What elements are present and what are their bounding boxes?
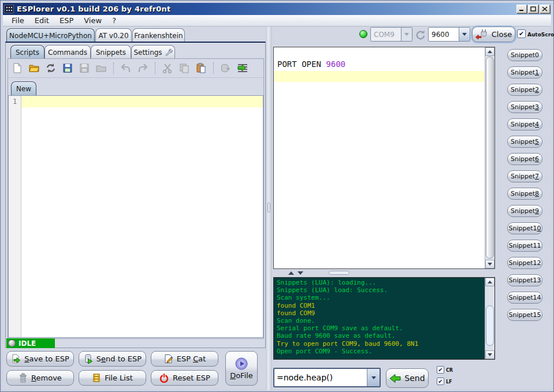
editor-text-area[interactable]: [21, 96, 263, 337]
snippet-12-button[interactable]: Snippet12: [507, 257, 542, 269]
save-as-button[interactable]: [78, 61, 91, 75]
snippet-9-button[interactable]: Snippet9: [507, 205, 542, 217]
send-to-esp-button[interactable]: Send to ESP: [79, 351, 146, 367]
tab-label: Scripts: [16, 48, 39, 57]
menu-edit[interactable]: Edit: [29, 16, 54, 25]
scroll-up-button[interactable]: [485, 278, 494, 286]
send-button[interactable]: Send: [386, 368, 429, 388]
minimize-button[interactable]: [516, 5, 527, 13]
rescan-ports-button[interactable]: [414, 28, 427, 41]
cut-button[interactable]: [161, 61, 174, 75]
scrollbar-thumb[interactable]: [486, 305, 494, 346]
com-port-select[interactable]: COM9: [370, 27, 412, 42]
tab-scripts[interactable]: Scripts: [10, 45, 44, 59]
chevron-down-icon[interactable]: [367, 369, 380, 386]
panel-splitter[interactable]: [266, 27, 272, 390]
command-combobox: [273, 368, 381, 387]
menu-file[interactable]: File: [6, 16, 29, 25]
terminal-console-splitter[interactable]: [273, 269, 495, 277]
dofile-icon: [235, 357, 248, 370]
button-label: Send to ESP: [96, 354, 142, 363]
new-file-button[interactable]: [11, 61, 24, 75]
maximize-button[interactable]: [528, 5, 538, 13]
snippet-8-button[interactable]: Snippet8: [507, 188, 542, 200]
chevron-down-icon: [459, 28, 470, 41]
serial-terminal[interactable]: PORT OPEN 9600: [273, 47, 495, 269]
export-button[interactable]: [220, 61, 232, 75]
new-file-icon: [12, 62, 23, 74]
snippet-6-button[interactable]: Snippet6: [507, 153, 542, 165]
close-file-button[interactable]: [95, 61, 107, 75]
button-label: Snippet5: [511, 138, 539, 145]
lf-checkbox[interactable]: ✔: [437, 378, 444, 385]
cr-checkbox[interactable]: ✔: [437, 366, 444, 374]
menu-esp[interactable]: ESP: [54, 16, 79, 25]
file-list-button[interactable]: File List: [79, 370, 146, 386]
command-input[interactable]: [274, 369, 367, 386]
baud-rate-select[interactable]: 9600: [428, 27, 470, 42]
remove-button[interactable]: Remove: [6, 370, 74, 386]
tab-snippets[interactable]: Snippets: [91, 45, 131, 59]
console-scrollbar[interactable]: [485, 278, 494, 359]
tab-commands[interactable]: Commands: [44, 45, 91, 59]
reload-button[interactable]: [44, 61, 57, 75]
reset-esp-button[interactable]: Reset ESP: [151, 370, 218, 386]
dofile-button[interactable]: DoFile: [225, 351, 258, 386]
copy-button[interactable]: [178, 61, 191, 75]
close-port-button[interactable]: Close: [472, 27, 515, 42]
undo-button[interactable]: [120, 61, 132, 75]
collapse-down-icon[interactable]: [298, 271, 303, 275]
button-label: Save to ESP: [24, 354, 69, 363]
wrench-icon: [164, 48, 173, 57]
snippet-2-button[interactable]: Snippet2: [507, 84, 542, 96]
export-icon: [220, 62, 232, 74]
snippet-13-button[interactable]: Snippet13: [507, 274, 542, 286]
snippet-14-button[interactable]: Snippet14: [507, 292, 542, 304]
snippet-7-button[interactable]: Snippet7: [507, 170, 542, 182]
editor-tab-new[interactable]: New: [11, 81, 36, 96]
button-label: Snippet14: [508, 294, 541, 301]
scroll-down-button[interactable]: [485, 350, 494, 359]
menu-help[interactable]: ?: [107, 16, 121, 25]
close-window-button[interactable]: [540, 5, 550, 13]
snippet-0-button[interactable]: Snippet0: [507, 49, 542, 61]
snippet-4-button[interactable]: Snippet4: [507, 118, 542, 130]
tab-settings[interactable]: Settings: [131, 45, 175, 59]
button-label: Snippet9: [511, 207, 539, 215]
code-editor[interactable]: 1: [8, 95, 263, 338]
autoscroll-checkbox[interactable]: ✔: [517, 29, 526, 38]
redo-button[interactable]: [136, 61, 149, 75]
save-button[interactable]: [61, 61, 74, 75]
snippet-1-button[interactable]: Snippet1: [507, 66, 542, 79]
scroll-down-button[interactable]: [485, 260, 494, 268]
tab-label: Snippets: [96, 48, 126, 57]
open-file-button[interactable]: [28, 61, 40, 75]
tab-nodemcu-micropython[interactable]: NodeMCU+MicroPython: [6, 28, 95, 42]
status-led-icon: [8, 339, 16, 347]
snippet-5-button[interactable]: Snippet5: [507, 136, 542, 148]
send-lines-button[interactable]: [236, 61, 249, 75]
toolbar-separator: [213, 62, 214, 74]
scrollbar-thumb[interactable]: [486, 57, 494, 259]
button-label: Snippet10: [508, 225, 541, 232]
reset-esp-icon: [159, 373, 169, 383]
terminal-scrollbar[interactable]: [485, 47, 494, 268]
window-title: ESPlorer v0.1 build 206 by 4refr0nt: [17, 5, 170, 13]
expand-up-icon[interactable]: [288, 271, 294, 275]
snippet-3-button[interactable]: Snippet3: [507, 101, 542, 113]
paste-button[interactable]: [195, 61, 207, 75]
snippet-10-button[interactable]: Snippet10: [507, 222, 542, 234]
redo-icon: [137, 62, 148, 74]
esp-cat-button[interactable]: ESP Cat: [151, 351, 218, 367]
paste-icon: [195, 62, 207, 74]
tab-frankenshtein[interactable]: Frankenshtein: [132, 28, 185, 42]
tab-label: AT v0.20: [98, 32, 128, 40]
snippet-15-button[interactable]: Snippet15: [507, 309, 542, 321]
log-console[interactable]: Snippets (LUA): loading... Snippets (LUA…: [273, 277, 495, 360]
save-to-esp-button[interactable]: Save to ESP: [6, 351, 74, 367]
menu-view[interactable]: View: [79, 16, 107, 25]
snippet-11-button[interactable]: Snippet11: [507, 240, 542, 252]
scroll-up-button[interactable]: [485, 47, 494, 56]
check-icon: ✔: [519, 31, 524, 37]
tab-at-v020[interactable]: AT v0.20: [95, 28, 132, 42]
